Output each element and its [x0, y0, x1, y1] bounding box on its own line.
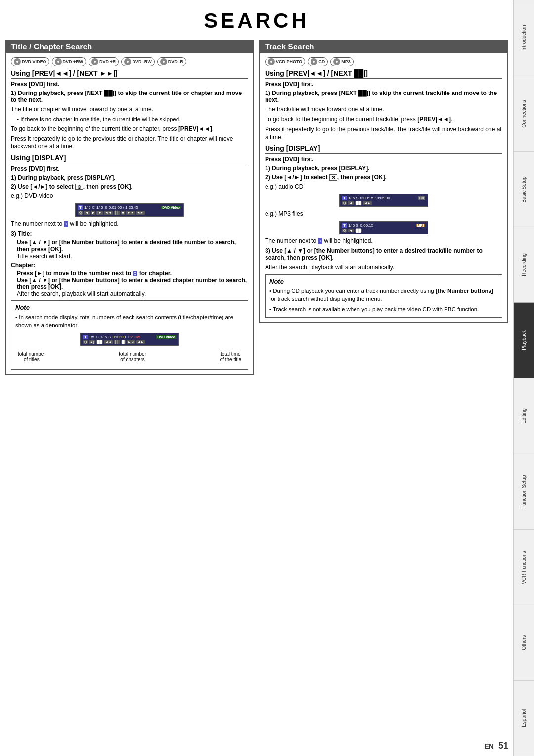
badge-dvd-rw-plus: DVD +RW: [52, 57, 87, 66]
step1-text2-left: To go back to the beginning of the curre…: [11, 125, 248, 133]
disc-icon-vcd: [268, 58, 275, 65]
highlight-note-left: The number next to T will be highlighted…: [11, 220, 248, 228]
osd-cd-top: T 1/ 5 S 0:00:15 / 0:05:00 CD: [342, 196, 425, 200]
step1-text2-right: To go back to the beginning of the curre…: [265, 115, 502, 124]
chapter-text2: Use [▲ / ▼] or [the Number buttons] to e…: [17, 277, 248, 290]
badge-dvd-r-plus: DVD +R: [89, 57, 119, 66]
track-search-section: Track Search VCD PHOTO CD MP3: [259, 40, 508, 323]
osd-mp3-t-highlight: T: [342, 223, 347, 228]
osd-dvd-label: DVD Video: [161, 206, 181, 209]
diagram-osd-bottom: Q ◄| ██ ◄◄ ││ █ ►◄ ◄►: [83, 340, 176, 344]
badge-mp3: MP3: [330, 57, 354, 66]
osd-cd-block: ██: [355, 201, 362, 205]
osd-mp3-label: MP3: [416, 224, 425, 227]
osd-cd-t-highlight: T: [342, 196, 347, 200]
osd-btn-slow-fwd: ◄►: [136, 211, 145, 215]
prev-next-heading-left: Using [PREV|◄◄] / [NEXT ►►|]: [11, 69, 248, 79]
osd-cd-sf: ◄►: [363, 201, 372, 205]
osd-btn-q: Q: [78, 211, 83, 215]
diagram-area-left: T 1/5 C 1/ 5 S 0:01:00 1:23:45 DVD Video…: [15, 333, 244, 362]
osd-c-label: C: [92, 205, 95, 210]
step1-left: 1) During playback, press [NEXT ██|] to …: [11, 90, 248, 103]
badge-dvd-r-minus: DVD -R: [157, 57, 186, 66]
chapter-text1: Press [►] to move to the number next to …: [17, 270, 248, 277]
osd-c-val: 1/ 5: [96, 205, 103, 210]
badge-cd: CD: [308, 57, 328, 66]
diag-btn-pause: ││: [114, 340, 120, 344]
diag-t-val: 1/5: [89, 335, 94, 339]
step1-text1-left: The title or chapter will move forward b…: [11, 105, 248, 114]
step3-title-text1: Use [▲ / ▼] or [the Number buttons] to e…: [17, 239, 248, 253]
step2-display-right: 2) Use [◄/►] to select ⊙, then press [OK…: [265, 174, 502, 181]
note-box-left: Note • In search mode display, total num…: [11, 300, 248, 370]
diagram-labels: total numberof titles total numberof cha…: [15, 350, 244, 362]
osd-cd-prev: ◄|: [348, 201, 354, 205]
press-dvd-first-right-1: Press [DVD] first.: [265, 81, 502, 88]
diag-btn-sr: ►◄: [127, 340, 135, 344]
osd-top-row-dvd: T 1/ 5 C 1/ 5 S 0:01:00 / 1:23:45 DVD Vi…: [78, 205, 181, 210]
disc-icon-dvd-video: [14, 58, 21, 65]
sidebar-tab-others[interactable]: Others: [514, 605, 534, 680]
disc-icon-dvd-r-minus: [160, 58, 167, 65]
diagram-osd-top: T 1/5 C 1/ 5 S 0:01:00 1:23:45 DVD Video: [83, 335, 176, 339]
sidebar-tab-editing[interactable]: Editing: [514, 378, 534, 454]
osd-bottom-row-dvd: Q ◄| ▶ |► ◄◄ ││ ■ ►◄ ◄►: [78, 211, 181, 215]
page-title: SEARCH: [5, 0, 508, 40]
step1-text3-left: Press it repeatedly to go to the previou…: [11, 135, 248, 151]
osd-mp3-q: Q: [342, 229, 347, 232]
note-text-left-1: • In search mode display, total numbers …: [15, 313, 244, 329]
dvd-badges: DVD VIDEO DVD +RW DVD +R DVD -RW: [11, 57, 248, 66]
title-chapter-heading: Title / Chapter Search: [6, 41, 253, 53]
osd-mp3-top: T 1/ 5 S 0:00:15 MP3: [342, 223, 425, 228]
osd-cd-bottom: Q ◄| ██ ◄►: [342, 201, 425, 205]
main-content: SEARCH Title / Chapter Search DVD VIDEO …: [0, 0, 513, 756]
title-chapter-section: Title / Chapter Search DVD VIDEO DVD +RW…: [5, 40, 254, 375]
badge-vcd: VCD PHOTO: [265, 57, 305, 66]
sidebar-tab-recording[interactable]: Recording: [514, 227, 534, 302]
sidebar-tab-espanol[interactable]: Español: [514, 680, 534, 756]
sidebar-tab-vcr-functions[interactable]: VCR Functions: [514, 529, 534, 605]
diag-btn-rew: ◄◄: [104, 340, 113, 344]
note-text-right-1: • During CD playback you can enter a tra…: [269, 287, 498, 303]
diag-dvd-label: DVD Video: [156, 335, 176, 339]
disc-badges-right: VCD PHOTO CD MP3: [265, 57, 502, 66]
eg-mp3-label: e.g.) MP3 files: [265, 210, 502, 218]
disc-icon-cd: [311, 58, 317, 65]
sidebar-tab-connections[interactable]: Connections: [514, 76, 534, 151]
step1-right: 1) During playback, press [NEXT ██|] to …: [265, 90, 502, 103]
track-search-heading: Track Search: [260, 41, 507, 53]
display-heading-left: Using [DISPLAY]: [11, 154, 248, 163]
sidebar-tab-function-setup[interactable]: Function Setup: [514, 454, 534, 529]
osd-btn-play: ▶: [91, 211, 95, 215]
diag-t-highlight: T: [83, 335, 88, 339]
step1-text1-right: The track/file will move forward one at …: [265, 105, 502, 114]
step1-display-right: 1) During playback, press [DISPLAY].: [265, 165, 502, 172]
en-label: EN: [485, 742, 494, 750]
osd-mp3-prev: ◄|: [348, 229, 354, 232]
step2-display-left: 2) Use [◄/►] to select ⊙, then press [OK…: [11, 183, 248, 190]
press-dvd-first-label-left-1: Press [DVD] first.: [11, 81, 248, 88]
diag-btn-block: ██: [96, 340, 103, 344]
diag-label-time: total timeof the title: [220, 350, 241, 362]
sidebar-tab-introduction[interactable]: Introduction: [514, 0, 534, 76]
osd-btn-prev: ◄|: [84, 211, 90, 215]
osd-s-label: S: [104, 205, 107, 210]
left-column: Title / Chapter Search DVD VIDEO DVD +RW…: [5, 40, 254, 751]
diag-btn-q: Q: [83, 340, 88, 344]
osd-cd-s-label: S: [356, 196, 358, 200]
osd-cd-q: Q: [342, 201, 347, 205]
note-title-right: Note: [269, 278, 498, 285]
step3-right: 3) Use [▲ / ▼] or [the Number buttons] t…: [265, 247, 502, 261]
osd-cd-time: 0:00:15 / 0:05:00: [360, 196, 390, 200]
sidebar-tab-basic-setup[interactable]: Basic Setup: [514, 151, 534, 227]
note-title-left: Note: [15, 304, 244, 311]
step3-title-text2: Title search will start.: [17, 253, 248, 260]
osd-btn-rew: ◄◄: [104, 211, 113, 215]
osd-display-cd: T 1/ 5 S 0:00:15 / 0:05:00 CD Q ◄| ██ ◄►: [339, 194, 428, 207]
right-column: Track Search VCD PHOTO CD MP3: [259, 40, 508, 751]
note-text-right-2: • Track search is not available when you…: [269, 305, 498, 313]
osd-mp3-s-label: S: [356, 223, 358, 228]
osd-display-dvd: T 1/ 5 C 1/ 5 S 0:01:00 / 1:23:45 DVD Vi…: [75, 203, 184, 217]
eg-audio-cd-label: e.g.) audio CD: [265, 183, 502, 191]
sidebar-tab-playback[interactable]: Playback: [514, 302, 534, 378]
